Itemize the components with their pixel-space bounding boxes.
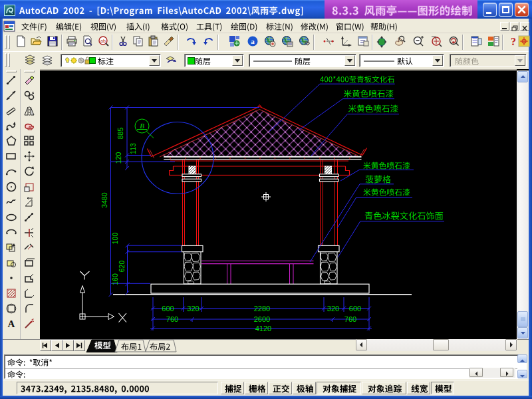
svg-text:3480: 3480	[100, 192, 108, 208]
svg-text:760: 760	[344, 315, 356, 323]
svg-text:A: A	[8, 319, 15, 329]
svg-text:600: 600	[349, 305, 361, 313]
svg-text:4120: 4120	[255, 325, 271, 332]
svg-text:120: 120	[114, 152, 122, 164]
svg-text:2280: 2280	[254, 305, 270, 313]
svg-text:ab: ab	[100, 39, 106, 43]
svg-text:320: 320	[187, 305, 199, 313]
svg-text:113: 113	[129, 143, 137, 154]
svg-text:320: 320	[327, 305, 339, 313]
svg-text:885: 885	[116, 128, 124, 140]
svg-text:2600: 2600	[254, 315, 270, 323]
svg-text:760: 760	[166, 315, 178, 323]
svg-text:160: 160	[111, 273, 119, 285]
svg-text:a: a	[251, 37, 255, 45]
svg-text:620: 620	[118, 261, 126, 273]
svg-text:B: B	[140, 122, 144, 130]
svg-text:?: ?	[511, 36, 516, 47]
svg-text:600: 600	[162, 305, 174, 313]
svg-text:100: 100	[111, 233, 119, 245]
